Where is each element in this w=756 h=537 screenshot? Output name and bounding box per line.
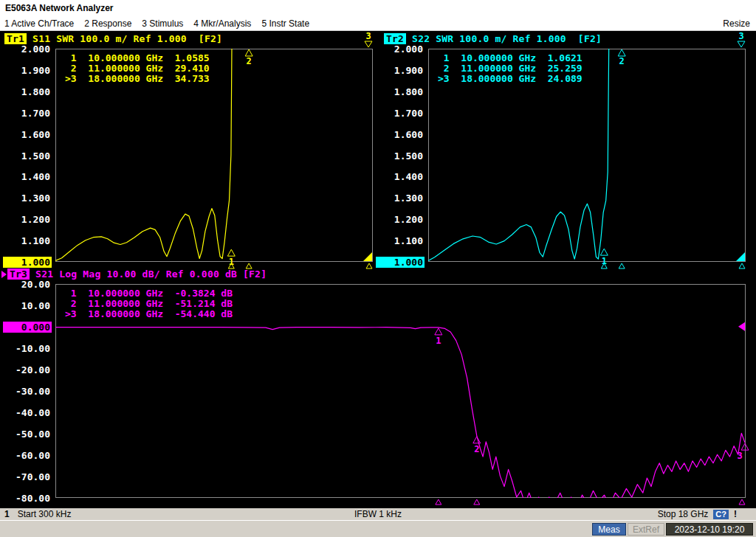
trace-format-label: S22 SWR 100.0 m/ Ref 1.000 [F2] [406,33,602,44]
y-axis-label: 1.300 [376,193,423,204]
marker-3-position-indicator [739,263,745,268]
reference-level-indicator[interactable] [736,252,745,261]
marker-readout-line: 2 11.000000 GHz -51.214 dB [65,299,233,309]
reference-level-indicator[interactable] [363,252,372,261]
warning-indicator: ! [734,508,737,520]
trace-badge-tr3: Tr3 [7,268,30,280]
marker-3-position-indicator [739,499,745,505]
trace-header-tr2[interactable]: Tr2 S22 SWR 100.0 m/ Ref 1.000 [F2] [384,33,602,44]
menu-items: 1 Active Ch/Trace2 Response3 Stimulus4 M… [4,18,309,29]
marker-2-number: 2 [619,56,625,66]
marker-2-position-indicator [474,499,480,505]
y-axis-label: 10.00 [3,300,50,311]
marker-2-symbol[interactable] [618,49,625,56]
menu-bar: 1 Active Ch/Trace2 Response3 Stimulus4 M… [0,16,756,31]
marker-1-position-indicator [436,499,441,505]
reference-level-indicator[interactable] [738,322,745,331]
marker-1-number: 1 [229,257,234,267]
y-axis-label: 1.000 [3,257,52,268]
y-axis-label: 20.00 [3,279,50,290]
trace-header-tr1[interactable]: Tr1 S11 SWR 100.0 m/ Ref 1.000 [F2] [4,33,222,44]
stimulus-bar: 1 Start 300 kHz IFBW 1 kHz Stop 18 GHz C… [0,508,756,520]
stimulus-right: Stop 18 GHz C? ! [658,508,737,520]
marker-2-symbol[interactable] [473,437,481,443]
y-axis-label: 1.700 [3,108,50,119]
marker-3-symbol[interactable] [365,41,372,47]
instrument-display: Tr1 S11 SWR 100.0 m/ Ref 1.000 [F2]2.000… [0,31,756,508]
menu-item-2[interactable]: 2 Response [84,18,131,29]
y-axis-label: 1.500 [3,150,50,162]
marker-3-position-indicator [366,263,372,268]
marker-3-symbol[interactable] [738,41,745,47]
y-axis-label: 2.000 [3,44,50,55]
extref-status: ExtRef [628,523,664,536]
y-axis-label: 1.200 [3,214,50,225]
stop-frequency[interactable]: Stop 18 GHz [658,508,709,520]
trace-badge-tr2: Tr2 [384,33,406,44]
marker-1-symbol[interactable] [227,249,235,256]
marker-readout-line: 1 10.000000 GHz -0.3824 dB [65,288,233,299]
menu-item-1[interactable]: 1 Active Ch/Trace [4,18,74,29]
marker-2-number: 2 [474,444,479,454]
marker-readout-line: >3 18.000000 GHz 24.089 [438,74,583,84]
y-axis-label: 1.500 [376,150,423,162]
trace-format-label: S21 Log Mag 10.00 dB/ Ref 0.000 dB [F2] [30,268,267,280]
y-axis-label: 1.600 [3,129,50,140]
correction-status-badge: C? [713,510,729,519]
marker-3-number: 3 [738,31,743,41]
y-axis-label: 1.800 [376,86,423,97]
title-bar: E5063A Network Analyzer [0,0,756,16]
stimulus-left: 1 Start 300 kHz [4,508,71,520]
marker-2-position-indicator [619,263,625,268]
meas-status: Meas [592,523,626,536]
y-axis-label: 1.000 [376,257,425,268]
start-frequency[interactable]: Start 300 kHz [18,508,72,520]
y-axis-label: -70.00 [3,471,50,482]
menu-item-3[interactable]: 3 Stimulus [142,18,183,29]
y-axis-label: 1.900 [376,65,423,76]
y-axis-label: 1.400 [376,171,423,182]
y-axis-label: 1.900 [3,65,50,76]
y-axis-label: 1.700 [376,108,423,119]
trace-badge-tr1: Tr1 [4,33,27,44]
marker-2-position-indicator [246,263,252,268]
marker-readout-tr1: 1 10.000000 GHz 1.0585 2 11.000000 GHz 2… [65,53,210,84]
ifbw-value[interactable]: IFBW 1 kHz [354,508,402,520]
marker-3-number: 3 [365,31,371,41]
marker-readout-tr2: 1 10.000000 GHz 1.0621 2 11.000000 GHz 2… [438,53,583,84]
y-axis-label: 0.000 [3,322,52,333]
marker-3-number: 3 [737,451,742,461]
marker-readout-line: 2 11.000000 GHz 25.259 [438,63,583,74]
marker-readout-tr3: 1 10.000000 GHz -0.3824 dB 2 11.000000 G… [65,288,233,319]
y-axis-label: -40.00 [3,407,50,418]
menu-item-resize[interactable]: Resize [723,18,750,29]
status-cluster: Meas ExtRef 2023-12-10 19:20 [592,523,753,536]
y-axis-label: -20.00 [3,364,50,375]
trace-header-tr3[interactable]: Tr3 S21 Log Mag 10.00 dB/ Ref 0.000 dB [… [1,268,267,280]
marker-readout-line: >3 18.000000 GHz -54.440 dB [65,309,233,319]
y-axis-label: -60.00 [3,450,50,461]
active-trace-arrow-icon [1,271,7,278]
y-axis-label: 1.600 [376,129,423,140]
analyzer-window: E5063A Network Analyzer 1 Active Ch/Trac… [0,0,756,537]
marker-1-number: 1 [602,256,607,266]
y-axis-label: -50.00 [3,429,50,440]
y-axis-label: -80.00 [3,493,50,504]
marker-1-symbol[interactable] [600,249,608,255]
window-title: E5063A Network Analyzer [5,3,114,13]
marker-2-symbol[interactable] [245,49,252,56]
marker-1-symbol[interactable] [435,328,442,335]
trace-format-label: S11 SWR 100.0 m/ Ref 1.000 [F2] [27,33,222,44]
y-axis-label: 1.800 [3,86,50,97]
marker-1-number: 1 [436,336,441,346]
menu-item-4[interactable]: 4 Mkr/Analysis [193,18,251,29]
marker-2-number: 2 [247,56,252,66]
menu-item-5[interactable]: 5 Instr State [261,18,309,29]
y-axis-label: -30.00 [3,386,50,397]
y-axis-label: 1.200 [376,214,423,225]
clock: 2023-12-10 19:20 [666,523,753,536]
status-bar: Meas ExtRef 2023-12-10 19:20 [0,520,756,537]
y-axis-label: 1.100 [376,235,423,246]
marker-readout-line: >3 18.000000 GHz 34.733 [65,74,210,84]
y-axis-label: -10.00 [3,343,50,354]
